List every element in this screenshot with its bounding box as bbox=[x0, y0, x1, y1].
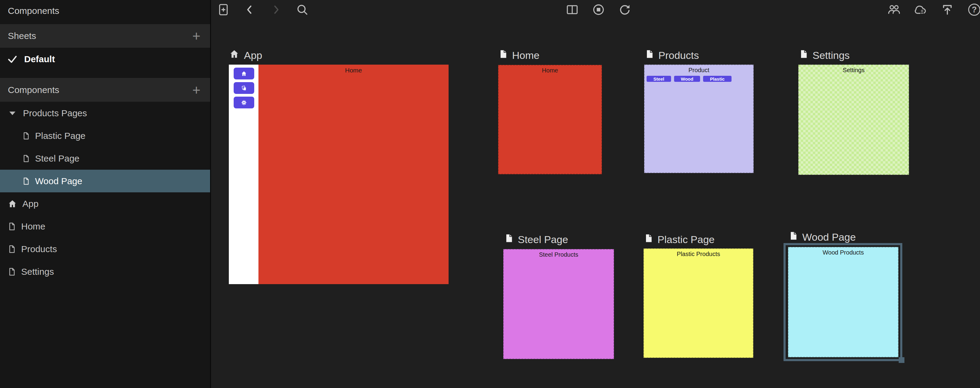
preview-content-title: Product bbox=[644, 65, 754, 74]
preview-home[interactable]: Home bbox=[498, 65, 602, 174]
preview-label-steel-page[interactable]: Steel Page bbox=[504, 233, 568, 246]
plastic-button[interactable]: Plastic bbox=[703, 76, 732, 82]
preview-steel-page[interactable]: Steel Products bbox=[503, 249, 614, 359]
question-mark-icon: ? bbox=[968, 4, 980, 16]
checkmark-icon bbox=[7, 55, 18, 64]
add-sheet-button[interactable]: + bbox=[191, 29, 202, 43]
add-component-button[interactable]: + bbox=[191, 83, 202, 97]
help-button[interactable]: ? bbox=[967, 2, 980, 17]
home-icon bbox=[7, 199, 18, 209]
preview-content-title: Steel Products bbox=[503, 249, 614, 258]
preview-label-text: Steel Page bbox=[518, 234, 568, 245]
components-section-header: Components + bbox=[0, 78, 210, 102]
sheets-section-label: Sheets bbox=[8, 31, 36, 41]
sidebar-item-steel-page[interactable]: Steel Page bbox=[0, 147, 210, 170]
app-preview-pages-button[interactable] bbox=[234, 82, 254, 94]
preview-label-plastic-page[interactable]: Plastic Page bbox=[644, 233, 714, 246]
preview-products[interactable]: Product Steel Wood Plastic bbox=[644, 65, 754, 173]
page-icon bbox=[7, 244, 16, 254]
sidebar-item-label: Plastic Page bbox=[35, 131, 86, 141]
page-icon bbox=[7, 267, 16, 277]
sidebar-item-plastic-page[interactable]: Plastic Page bbox=[0, 124, 210, 147]
sheets-section-header: Sheets + bbox=[0, 24, 210, 48]
preview-label-wood-page[interactable]: Wood Page bbox=[788, 230, 856, 244]
page-icon bbox=[504, 233, 514, 246]
preview-plastic-page[interactable]: Plastic Products bbox=[644, 249, 753, 358]
forward-button[interactable] bbox=[269, 2, 283, 17]
steel-button[interactable]: Steel bbox=[647, 76, 671, 82]
sidebar-item-label: Settings bbox=[21, 267, 54, 277]
selection-frame: Wood Products bbox=[784, 243, 902, 361]
cloud-sync-icon[interactable] bbox=[913, 2, 928, 17]
home-icon bbox=[240, 70, 247, 77]
page-icon bbox=[788, 231, 798, 243]
sheet-item-default[interactable]: Default bbox=[0, 48, 210, 70]
preview-wood-page[interactable]: Wood Products bbox=[788, 247, 898, 357]
sidebar-item-label: Products bbox=[21, 244, 57, 254]
preview-label-text: Products bbox=[659, 49, 699, 61]
page-icon bbox=[644, 49, 654, 62]
page-icon bbox=[22, 177, 30, 186]
home-icon bbox=[229, 49, 240, 62]
components-sidebar: Components Sheets + Default Components +… bbox=[0, 0, 211, 388]
preview-content-title: Home bbox=[498, 65, 602, 74]
page-icon bbox=[644, 233, 653, 246]
sidebar-item-label: App bbox=[22, 199, 38, 209]
copy-stack-icon bbox=[240, 85, 247, 92]
preview-label-text: App bbox=[244, 49, 262, 61]
page-icon bbox=[22, 154, 30, 163]
sidebar-group-products-pages[interactable]: Products Pages bbox=[0, 102, 210, 124]
gear-icon bbox=[240, 99, 247, 106]
sidebar-item-wood-page-selected[interactable]: Wood Page bbox=[0, 170, 210, 192]
preview-content-title: Plastic Products bbox=[644, 249, 753, 258]
group-label: Products Pages bbox=[23, 108, 87, 118]
sidebar-item-settings[interactable]: Settings bbox=[0, 260, 210, 283]
page-icon bbox=[22, 131, 30, 140]
preview-label-text: Plastic Page bbox=[657, 234, 714, 245]
sidebar-item-label: Wood Page bbox=[35, 176, 82, 186]
sidebar-item-home[interactable]: Home bbox=[0, 215, 210, 238]
wood-button[interactable]: Wood bbox=[674, 76, 700, 82]
preview-label-text: Wood Page bbox=[802, 231, 856, 243]
resize-handle[interactable] bbox=[899, 357, 904, 363]
preview-label-text: Home bbox=[512, 49, 539, 61]
sheet-item-label: Default bbox=[24, 54, 55, 64]
preview-label-app[interactable]: App bbox=[229, 48, 262, 62]
stop-button[interactable] bbox=[591, 2, 606, 17]
page-icon bbox=[498, 49, 508, 62]
preview-label-products[interactable]: Products bbox=[644, 48, 699, 62]
preview-label-text: Settings bbox=[813, 49, 850, 61]
app-preview-home-button[interactable] bbox=[234, 68, 254, 79]
app-preview-content: Home bbox=[258, 65, 449, 284]
page-icon bbox=[799, 49, 808, 62]
upload-button[interactable] bbox=[940, 2, 955, 17]
search-button[interactable] bbox=[295, 2, 310, 17]
split-view-button[interactable] bbox=[565, 2, 579, 17]
app-preview-sidebar bbox=[229, 65, 258, 284]
preview-label-settings[interactable]: Settings bbox=[799, 48, 850, 62]
app-window: Components Sheets + Default Components +… bbox=[0, 0, 980, 388]
users-button[interactable] bbox=[887, 2, 901, 17]
refresh-button[interactable] bbox=[617, 2, 632, 17]
sidebar-item-label: Steel Page bbox=[35, 154, 80, 164]
app-preview-settings-button[interactable] bbox=[234, 97, 254, 108]
app-content-title: Home bbox=[258, 65, 449, 74]
chevron-down-icon bbox=[8, 110, 16, 116]
components-section-label: Components bbox=[8, 85, 59, 95]
preview-app[interactable]: Home bbox=[229, 65, 449, 284]
preview-settings[interactable]: Settings bbox=[798, 65, 909, 175]
preview-label-home[interactable]: Home bbox=[498, 48, 539, 62]
preview-content-title: Wood Products bbox=[788, 247, 898, 256]
sidebar-item-label: Home bbox=[21, 221, 45, 231]
preview-content-title: Settings bbox=[798, 65, 909, 74]
sidebar-title: Components bbox=[0, 0, 210, 22]
back-button[interactable] bbox=[242, 2, 257, 17]
new-frame-button[interactable] bbox=[216, 2, 231, 17]
sidebar-item-app[interactable]: App bbox=[0, 192, 210, 215]
page-icon bbox=[7, 222, 16, 231]
product-buttons-row: Steel Wood Plastic bbox=[644, 76, 754, 82]
sidebar-item-products[interactable]: Products bbox=[0, 238, 210, 260]
